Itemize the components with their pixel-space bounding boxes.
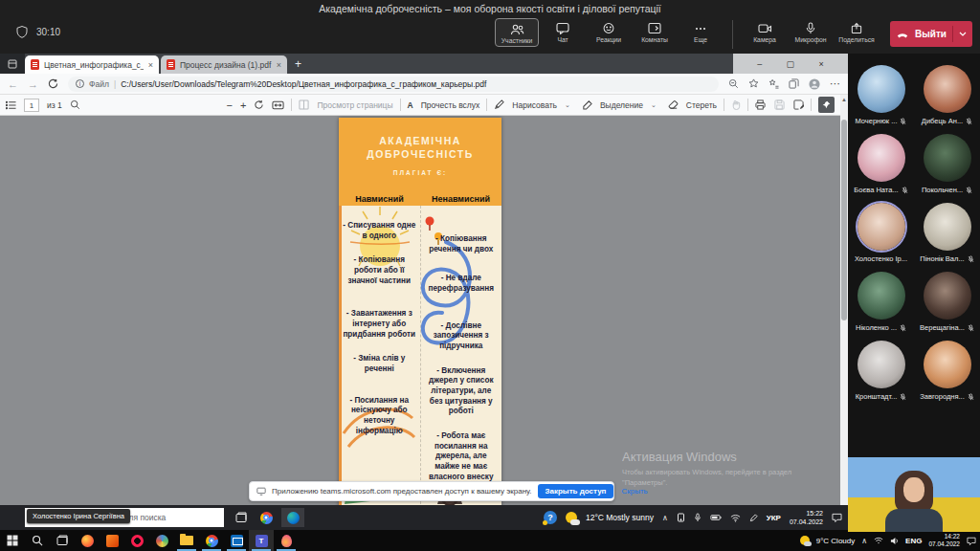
pin-toolbar-button[interactable]: [818, 97, 835, 113]
draw-button[interactable]: Нарисовать: [512, 100, 557, 110]
chrome-taskbar-icon[interactable]: [255, 508, 278, 527]
teams-icon[interactable]: T: [249, 530, 274, 551]
contents-icon[interactable]: [6, 100, 16, 110]
task-view-button[interactable]: [50, 530, 75, 551]
mic-tray-icon[interactable]: [694, 513, 702, 522]
tab-infographic[interactable]: Цветная_инфографика_с_графи ×: [25, 55, 159, 74]
task-view-button[interactable]: [230, 508, 253, 527]
paint3d-icon[interactable]: [274, 530, 299, 551]
language-indicator[interactable]: ENG: [905, 537, 922, 545]
sound-tray-icon[interactable]: [890, 537, 899, 545]
read-aloud-button[interactable]: Прочесть вслух: [421, 100, 480, 110]
rotate-icon[interactable]: [254, 99, 264, 110]
window-close-button[interactable]: ×: [818, 59, 823, 69]
page-number-input[interactable]: 1: [24, 99, 39, 112]
participant-tile[interactable]: Дибець Ан...: [914, 65, 980, 125]
participant-tile[interactable]: Кронштадт...: [848, 341, 914, 401]
action-center-icon[interactable]: [967, 537, 976, 545]
taskbar-search-button[interactable]: [25, 530, 50, 551]
clock[interactable]: 15:22 07.04.2022: [790, 509, 823, 526]
participant-tile[interactable]: Мочернюк ...: [848, 65, 914, 125]
tray-expand-icon[interactable]: ∧: [861, 537, 867, 545]
participant-tile[interactable]: Завгородня...: [914, 341, 980, 401]
mic-button[interactable]: Микрофон: [789, 18, 833, 45]
fit-width-icon[interactable]: [272, 100, 284, 110]
print-icon[interactable]: [755, 99, 766, 110]
browser-menu-icon[interactable]: ⋯: [830, 77, 840, 90]
scrollbar-thumb[interactable]: [841, 120, 847, 320]
chevron-down-icon[interactable]: [959, 32, 967, 36]
pen-tray-icon[interactable]: [749, 514, 758, 522]
erase-button[interactable]: Стереть: [686, 100, 717, 110]
weather-widget[interactable]: 9°C Cloudy: [816, 537, 856, 545]
hand-tool-icon[interactable]: [731, 99, 741, 110]
file-explorer-icon[interactable]: [174, 530, 199, 551]
participant-tile[interactable]: Пінонік Вал...: [914, 203, 980, 263]
refresh-button[interactable]: [48, 78, 58, 89]
browser-scrollbar[interactable]: ▲: [840, 95, 848, 505]
camera-button[interactable]: Камера: [743, 18, 787, 45]
participants-button[interactable]: Участники: [495, 18, 539, 47]
forward-button[interactable]: →: [28, 78, 38, 90]
device-tray-icon[interactable]: [677, 513, 685, 522]
hide-banner-button[interactable]: Скрыть: [621, 487, 647, 496]
office-icon[interactable]: [100, 530, 124, 551]
participant-tile[interactable]: Ніколенко ...: [848, 272, 914, 332]
url-field[interactable]: i Файл | C:/Users/User/Downloads/Telegra…: [68, 77, 719, 92]
zoom-in-button[interactable]: +: [240, 99, 246, 111]
help-tray-icon[interactable]: ?: [544, 511, 557, 524]
tab-design-process[interactable]: Процесс дизайна (1).pdf ×: [161, 55, 287, 74]
tab-actions-button[interactable]: [0, 54, 25, 74]
chrome-icon[interactable]: [199, 530, 224, 551]
battery-tray-icon[interactable]: [710, 514, 722, 521]
photos-icon[interactable]: [149, 530, 174, 551]
edge-taskbar-icon[interactable]: [281, 508, 304, 527]
new-tab-button[interactable]: +: [295, 57, 301, 71]
tab-close-icon[interactable]: ×: [148, 60, 153, 70]
rooms-button[interactable]: Комнаты: [633, 18, 677, 45]
action-center-icon[interactable]: [832, 513, 842, 522]
favorites-list-icon[interactable]: [768, 78, 779, 89]
tab-close-icon[interactable]: ×: [277, 60, 281, 70]
draw-chevron-icon[interactable]: ⌄: [565, 101, 570, 109]
participant-tile-speaking[interactable]: Холостенко Ір...: [848, 203, 914, 263]
clock[interactable]: 14:22 07.04.2022: [928, 533, 960, 548]
participant-tile[interactable]: Боєва Ната...: [848, 134, 914, 194]
chat-button[interactable]: Чат: [541, 18, 585, 45]
page-view-button[interactable]: Просмотр страницы: [317, 100, 392, 110]
stop-sharing-button[interactable]: Закрыть доступ: [538, 484, 614, 498]
reactions-button[interactable]: Реакции: [587, 18, 631, 45]
pdf-viewer[interactable]: АКАДЕМІЧНА ДОБРОЧЕСНІСТЬ ПЛАГІАТ Є: Навм…: [0, 116, 840, 505]
wifi-tray-icon[interactable]: [730, 514, 741, 522]
highlight-chevron-icon[interactable]: ⌄: [651, 101, 657, 109]
self-webcam-preview[interactable]: [848, 457, 980, 532]
language-indicator[interactable]: УКР: [767, 514, 781, 522]
network-tray-icon[interactable]: [874, 537, 883, 544]
opera-icon[interactable]: [124, 530, 149, 551]
tray-expand-icon[interactable]: ∧: [662, 514, 668, 522]
scrollbar-up-icon[interactable]: ▲: [840, 97, 848, 102]
participant-tile[interactable]: Покольчен...: [914, 134, 980, 194]
collections-icon[interactable]: [789, 78, 799, 89]
zoom-page-icon[interactable]: [728, 78, 739, 89]
start-button[interactable]: [0, 530, 25, 551]
search-document-icon[interactable]: [70, 99, 80, 110]
zoom-out-button[interactable]: −: [227, 99, 233, 111]
page-info-icon[interactable]: i: [76, 79, 84, 88]
leave-button[interactable]: Выйти: [890, 21, 972, 47]
save-icon[interactable]: [774, 99, 785, 110]
share-button[interactable]: Поделиться: [835, 18, 879, 45]
firefox-icon[interactable]: [75, 530, 100, 551]
window-minimize-button[interactable]: –: [757, 59, 762, 69]
participant-tile[interactable]: Верещагіна...: [914, 272, 980, 332]
mail-icon[interactable]: [224, 530, 249, 551]
highlight-button[interactable]: Выделение: [600, 100, 643, 110]
back-button[interactable]: ←: [8, 78, 18, 90]
profile-avatar-icon[interactable]: [809, 78, 820, 90]
favorites-add-icon[interactable]: [748, 78, 759, 89]
more-button[interactable]: Еще: [679, 18, 723, 45]
chat-icon: [556, 22, 569, 34]
save-as-icon[interactable]: [793, 99, 804, 110]
weather-widget[interactable]: 12°C Mostly sunny: [586, 513, 654, 522]
window-maximize-button[interactable]: ▢: [787, 59, 795, 69]
